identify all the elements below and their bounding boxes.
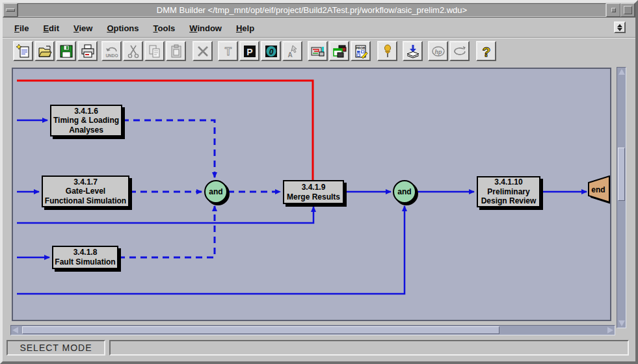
import-stack-icon bbox=[405, 44, 421, 59]
node-label: Gate-Level bbox=[66, 187, 105, 196]
paste-button[interactable] bbox=[166, 41, 186, 61]
end-shape: end bbox=[588, 176, 611, 206]
problem-report-button[interactable]: PROB bbox=[351, 41, 371, 61]
mode-indicator: SELECT MODE bbox=[7, 340, 105, 356]
minimize-icon bbox=[611, 8, 616, 12]
node-3-4-1-8[interactable]: 3.4.1.8 Fault Simulation bbox=[52, 246, 118, 269]
print-button[interactable] bbox=[77, 41, 98, 61]
save-file-button[interactable] bbox=[56, 41, 76, 61]
help-button[interactable]: ? bbox=[476, 41, 496, 61]
node-label: 3.4.1.7 bbox=[73, 177, 98, 187]
toolbar-collapse-button[interactable] bbox=[614, 21, 626, 33]
copy-button[interactable] bbox=[144, 41, 165, 61]
open-file-button[interactable] bbox=[34, 41, 55, 61]
node-and-junction-1[interactable]: and bbox=[204, 180, 228, 203]
node-label: and bbox=[397, 187, 411, 196]
vertical-scroll-thumb[interactable] bbox=[618, 148, 625, 201]
scroll-left-arrow[interactable] bbox=[12, 327, 18, 333]
undo-icon: UNDO bbox=[104, 44, 120, 59]
horizontal-scroll-thumb[interactable] bbox=[22, 326, 499, 334]
scroll-down-arrow[interactable] bbox=[618, 320, 625, 326]
node-end[interactable]: end bbox=[588, 176, 611, 209]
operation-tool-button[interactable]: 0 bbox=[261, 41, 281, 61]
cut-icon bbox=[126, 44, 141, 59]
node-label: and bbox=[209, 187, 222, 196]
node-3-4-1-6[interactable]: 3.4.1.6 Timing & Loading Analyses bbox=[50, 105, 122, 136]
menu-window[interactable]: Window bbox=[189, 23, 222, 33]
window-cascade-button[interactable] bbox=[329, 41, 349, 61]
svg-text:end: end bbox=[591, 185, 605, 194]
problem-report-icon: PROB bbox=[353, 44, 369, 59]
node-label: Design Review bbox=[481, 196, 537, 206]
node-3-4-1-9[interactable]: 3.4.1.9 Merge Results bbox=[283, 180, 344, 204]
workflow-canvas[interactable]: 3.4.1.6 Timing & Loading Analyses 3.4.1.… bbox=[12, 68, 611, 321]
text-tool-button[interactable]: T bbox=[218, 41, 238, 61]
open-file-icon bbox=[37, 44, 53, 59]
process-tool-button[interactable]: P bbox=[239, 41, 259, 61]
node-3-4-1-10[interactable]: 3.4.1.10 Preliminary Design Review bbox=[477, 176, 540, 207]
node-3-4-1-7[interactable]: 3.4.1.7 Gate-Level Functional Simulation bbox=[42, 176, 129, 207]
node-label: 3.4.1.10 bbox=[494, 177, 522, 187]
text-tool-icon: T bbox=[220, 44, 236, 59]
annotate-tool-button[interactable]: A bbox=[282, 41, 302, 61]
annotate-tool-icon: A bbox=[285, 44, 300, 59]
menu-view[interactable]: View bbox=[73, 23, 92, 33]
vertical-scrollbar[interactable] bbox=[617, 67, 626, 328]
save-file-icon bbox=[59, 44, 74, 59]
menu-edit[interactable]: Edit bbox=[43, 23, 59, 33]
statusbar: SELECT MODE bbox=[3, 339, 635, 358]
svg-text:0: 0 bbox=[269, 47, 273, 56]
node-and-junction-2[interactable]: and bbox=[393, 180, 416, 203]
hp-tool-button[interactable]: hp bbox=[428, 41, 448, 61]
process-tool-icon: P bbox=[242, 44, 258, 59]
maximize-icon bbox=[624, 6, 632, 14]
svg-text:P: P bbox=[246, 46, 252, 57]
node-label: Preliminary bbox=[487, 187, 529, 197]
toolbar: UNDO bbox=[3, 38, 635, 66]
sash-up-icon bbox=[617, 24, 622, 27]
scroll-up-arrow[interactable] bbox=[618, 69, 625, 75]
mode-text: SELECT MODE bbox=[20, 343, 92, 353]
menu-options[interactable]: Options bbox=[107, 23, 139, 33]
refresh-icon bbox=[452, 44, 468, 59]
pushpin-button[interactable] bbox=[377, 41, 397, 61]
minimize-button[interactable] bbox=[606, 3, 620, 17]
copy-icon bbox=[147, 44, 163, 59]
help-icon: ? bbox=[479, 44, 494, 59]
svg-text:PROB: PROB bbox=[356, 46, 366, 49]
horizontal-scrollbar[interactable] bbox=[10, 325, 615, 335]
window-cascade-icon bbox=[332, 44, 347, 59]
delete-icon bbox=[195, 44, 211, 59]
node-label: 3.4.1.6 bbox=[74, 107, 98, 116]
node-label: Fault Simulation bbox=[55, 257, 115, 267]
edge-input-to-3419-bottom[interactable] bbox=[17, 207, 313, 223]
new-file-button[interactable] bbox=[13, 41, 33, 61]
menubar: File Edit View Options Tools Window Help bbox=[3, 19, 635, 37]
edge-3416-to-and1[interactable] bbox=[122, 120, 215, 177]
delete-button[interactable] bbox=[193, 41, 213, 61]
workflow-editor-button[interactable] bbox=[308, 41, 328, 61]
svg-text:hp: hp bbox=[434, 48, 442, 55]
menu-tools[interactable]: Tools bbox=[153, 23, 176, 33]
node-label: Functional Simulation bbox=[45, 196, 126, 206]
refresh-button[interactable] bbox=[449, 41, 470, 61]
menu-file[interactable]: File bbox=[14, 23, 29, 33]
node-label: Analyses bbox=[69, 125, 103, 135]
undo-button[interactable]: UNDO bbox=[101, 41, 122, 61]
menu-help[interactable]: Help bbox=[236, 23, 254, 33]
edge-3418-to-and1[interactable] bbox=[118, 206, 215, 257]
operation-tool-icon: 0 bbox=[263, 44, 279, 59]
hp-tool-icon: hp bbox=[431, 44, 446, 59]
svg-text:?: ? bbox=[482, 44, 490, 59]
import-stack-button[interactable] bbox=[403, 41, 423, 61]
print-icon bbox=[80, 44, 96, 59]
node-label: 3.4.1.9 bbox=[302, 183, 326, 192]
sash-down-icon bbox=[617, 28, 622, 31]
titlebar: DMM Builder </tmp_mnt/opt/eif/project/Bu… bbox=[3, 3, 635, 18]
window-title: DMM Builder </tmp_mnt/opt/eif/project/Bu… bbox=[18, 3, 606, 17]
window-menu-button[interactable] bbox=[3, 3, 18, 17]
cut-button[interactable] bbox=[123, 41, 143, 61]
scroll-right-arrow[interactable] bbox=[607, 327, 613, 333]
maximize-button[interactable] bbox=[620, 3, 635, 17]
app-window: DMM Builder </tmp_mnt/opt/eif/project/Bu… bbox=[0, 0, 638, 364]
